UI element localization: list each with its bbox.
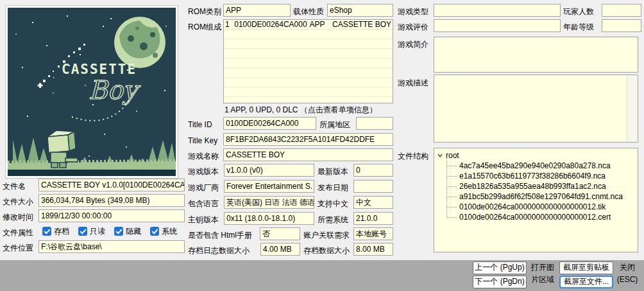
save-data-size-field[interactable]: 8.00 MB [353, 243, 393, 256]
rom-type-label: ROM类别 [188, 5, 221, 18]
tree-file-item[interactable]: 4ac7a45ee45ba290e940e0290a80a278.nca [444, 161, 638, 171]
file-attributes-group: 存档 只读 隐藏 系统 [42, 225, 185, 238]
html-manual-label: 是否包含 Html手册 [188, 229, 252, 242]
file-structure-label: 文件结构 [398, 150, 428, 163]
open-image-area-line2: 片区域 [527, 274, 558, 286]
rom-row-name: CASSETTE BOY [332, 20, 391, 30]
carrier-label: 载体性质 [293, 5, 324, 18]
nsgame-manager-window: CASSETTE Boy [0, 0, 644, 291]
save-data-size-label: 存档数据大小 [303, 244, 350, 257]
latest-version-field[interactable]: 0 [353, 164, 393, 177]
game-name-label: 游戏名称 [188, 150, 219, 163]
prev-button[interactable]: 上一个 (PgUp) [473, 261, 527, 274]
checkbox-checked-icon[interactable] [114, 227, 123, 236]
modified-time-label: 修改时间 [3, 211, 33, 224]
capture-to-clipboard-button[interactable]: 截屏至剪贴板 [559, 261, 613, 274]
masterkey-version-label: 主钥版本 [188, 213, 219, 226]
close-button[interactable]: 关闭 (ESC) [614, 261, 641, 288]
masterkey-version-field[interactable]: 0x11 (18.0.0-18.1.0) [224, 212, 314, 225]
account-link-label: 账户关联需求 [303, 229, 350, 242]
title-key-label: Title Key [188, 134, 217, 147]
file-structure-tree[interactable]: root 4ac7a45ee45ba290e940e0290a80a278.nc… [434, 148, 638, 252]
file-name-field[interactable]: CASSETTE BOY v1.0.0[0100DE00264CA000][v [38, 179, 185, 191]
checkbox-checked-icon[interactable] [42, 227, 51, 236]
open-image-area-button[interactable]: 打开图 片区域 [527, 261, 558, 288]
player-count-field[interactable] [602, 4, 641, 17]
game-genre-label: 游戏类型 [398, 5, 428, 18]
game-description-label: 游戏描述 [398, 76, 428, 89]
tree-file-item[interactable]: 26eb1826a535a955aea48b993ffa1ac2.nca [444, 181, 638, 191]
attr-hidden-label: 隐藏 [126, 226, 141, 237]
rom-type-field[interactable]: APP [223, 4, 291, 17]
attr-hidden-checkbox[interactable]: 隐藏 [114, 226, 141, 237]
release-date-field[interactable] [353, 180, 393, 193]
tree-root-node[interactable]: root [437, 150, 638, 161]
region-field[interactable] [356, 117, 393, 130]
cover-subtitle-text: Boy [89, 75, 140, 105]
latest-version-label: 最新版本 [318, 165, 348, 178]
region-label: 所属地区 [319, 118, 350, 131]
tree-children: 4ac7a45ee45ba290e940e0290a80a278.nca e1a… [444, 161, 638, 222]
tree-file-item[interactable]: e1a15570c63b6119773f38286b6604f9.nca [444, 171, 638, 181]
game-version-label: 游戏版本 [188, 165, 219, 178]
release-date-label: 发布日期 [318, 181, 348, 194]
rom-parts-list[interactable]: 1 0100DE00264CA000 APP CASSETTE BOY [223, 19, 393, 103]
html-manual-field[interactable]: 否 [260, 227, 300, 240]
checkbox-checked-icon[interactable] [78, 227, 87, 236]
rom-parts-row[interactable]: 1 0100DE00264CA000 APP CASSETTE BOY [224, 20, 393, 30]
attr-archive-label: 存档 [54, 226, 69, 237]
save-journal-size-label: 存档日志数据大小 [188, 244, 250, 257]
game-intro-textarea[interactable] [434, 37, 638, 73]
file-size-label: 文件大小 [3, 195, 33, 208]
tree-file-item[interactable]: a91bc5b299ad6f62f508e1297064fd91.cnmt.nc… [444, 191, 638, 202]
game-version-field[interactable]: v1.0.0 (v0) [224, 164, 314, 177]
required-system-field[interactable]: 21.0.0 [353, 212, 393, 225]
rom-row-type: APP [309, 20, 332, 30]
chinese-support-label: 支持中文 [318, 197, 348, 210]
file-size-field[interactable]: 366,034,784 Bytes (349.08 MB) [38, 194, 185, 207]
tree-file-item[interactable]: 0100de00264ca0000000000000000012.tik [444, 202, 638, 212]
game-cover-image: CASSETTE Boy [5, 5, 178, 179]
languages-field[interactable]: 英语(美国) 日语 法语 德语 [224, 196, 314, 209]
file-attributes-label: 文件属性 [3, 226, 33, 239]
rom-row-title-id: 0100DE00264CA000 [234, 20, 309, 30]
languages-label: 包含语言 [188, 197, 219, 210]
account-link-field[interactable]: 本地账号 [353, 227, 393, 240]
attr-system-checkbox[interactable]: 系统 [150, 226, 177, 237]
next-button[interactable]: 下一个 (PgDn) [473, 276, 527, 288]
close-button-line1: 关闭 [614, 261, 641, 274]
age-grade-field[interactable] [602, 19, 641, 32]
save-journal-size-field[interactable]: 4.00 MB [260, 243, 300, 256]
game-rating-field[interactable] [434, 19, 561, 32]
close-button-line2: (ESC) [614, 274, 641, 286]
title-key-field[interactable]: 8F1BF2DA6843C2232F5A1014FD42DDFE [223, 133, 393, 146]
attr-readonly-checkbox[interactable]: 只读 [78, 226, 105, 237]
publisher-label: 游戏厂商 [188, 181, 219, 194]
file-name-label: 文件名 [3, 180, 26, 193]
modified-time-field[interactable]: 1899/12/30 00:00:00 [38, 209, 185, 222]
checkbox-checked-icon[interactable] [150, 227, 159, 236]
bottom-bar: Created by FFHOME NSGame Manager 上一个 (Pg… [0, 260, 644, 291]
required-system-label: 所需系统 [318, 213, 348, 226]
capture-to-file-button[interactable]: 截屏至文件... [559, 276, 613, 288]
attr-system-label: 系统 [162, 226, 177, 237]
player-count-label: 玩家人数 [563, 5, 594, 18]
tree-file-item[interactable]: 0100de00264ca0000000000000000012.cert [444, 212, 638, 222]
chinese-support-field[interactable]: 中文 [353, 196, 393, 209]
attr-readonly-label: 只读 [90, 226, 105, 237]
chevron-down-icon[interactable] [437, 152, 443, 159]
publisher-field[interactable]: Forever Entertainment S. A. [224, 180, 314, 193]
title-id-field[interactable]: 0100DE00264CA000 [223, 117, 316, 130]
game-description-textarea[interactable] [434, 75, 638, 143]
game-intro-label: 游戏简介 [398, 38, 428, 51]
attr-archive-checkbox[interactable]: 存档 [42, 226, 69, 237]
game-name-field[interactable]: CASSETTE BOY [223, 148, 393, 161]
cassette-boy-artwork: CASSETTE Boy [8, 8, 176, 176]
file-location-label: 文件位置 [3, 242, 33, 254]
age-grade-label: 年龄等级 [563, 21, 594, 33]
rom-parts-summary: 1 APP, 0 UPD, 0 DLC （点击查看单项信息） [225, 105, 393, 115]
game-genre-field[interactable] [434, 4, 561, 17]
vertical-scrollbar[interactable] [627, 75, 638, 142]
file-location-field[interactable]: F:\谷歌云盘\base\ [38, 240, 185, 253]
carrier-field[interactable]: eShop [327, 4, 393, 17]
